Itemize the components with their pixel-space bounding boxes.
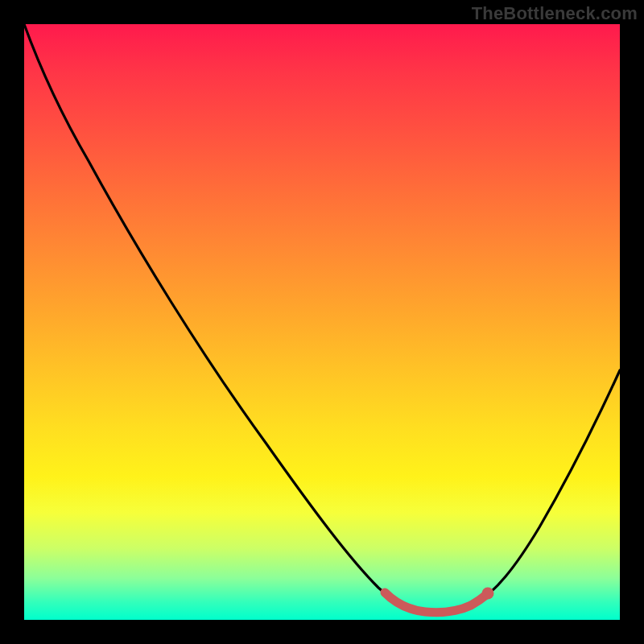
watermark-label: TheBottleneck.com xyxy=(472,3,638,24)
optimal-highlight xyxy=(385,592,486,613)
chart-svg xyxy=(24,24,620,620)
highlight-end-dot xyxy=(482,588,494,600)
chart-frame: TheBottleneck.com xyxy=(0,0,644,644)
plot-area xyxy=(24,24,620,620)
bottleneck-curve xyxy=(24,24,620,613)
